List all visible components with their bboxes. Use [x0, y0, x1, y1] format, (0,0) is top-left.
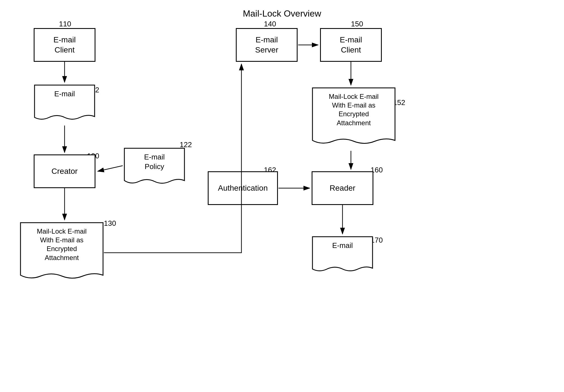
- node-authentication: Authentication: [208, 171, 278, 205]
- node-creator: Creator: [34, 154, 95, 188]
- node-email-right: E-mail: [312, 236, 373, 275]
- ref-130: 130: [104, 219, 116, 228]
- node-email-client-right: E-mailClient: [320, 28, 382, 62]
- svg-line-3: [98, 166, 123, 171]
- node-reader: Reader: [312, 171, 373, 205]
- node-mail-lock-left: Mail-Lock E-mailWith E-mail asEncryptedA…: [20, 222, 104, 284]
- node-email-server: E-mailServer: [236, 28, 298, 62]
- ref-150: 150: [351, 20, 363, 28]
- node-email-client-left: E-mailClient: [34, 28, 95, 62]
- node-email-policy: E-mailPolicy: [124, 147, 185, 188]
- node-mail-lock-right: Mail-Lock E-mailWith E-mail asEncryptedA…: [312, 87, 396, 149]
- ref-140: 140: [264, 20, 276, 28]
- diagram-title: Mail-Lock Overview: [243, 8, 321, 19]
- diagram-container: Mail-Lock Overview 110 112 120 122 130 1…: [0, 0, 564, 392]
- node-email-left: E-mail: [34, 84, 95, 124]
- ref-110: 110: [59, 20, 71, 28]
